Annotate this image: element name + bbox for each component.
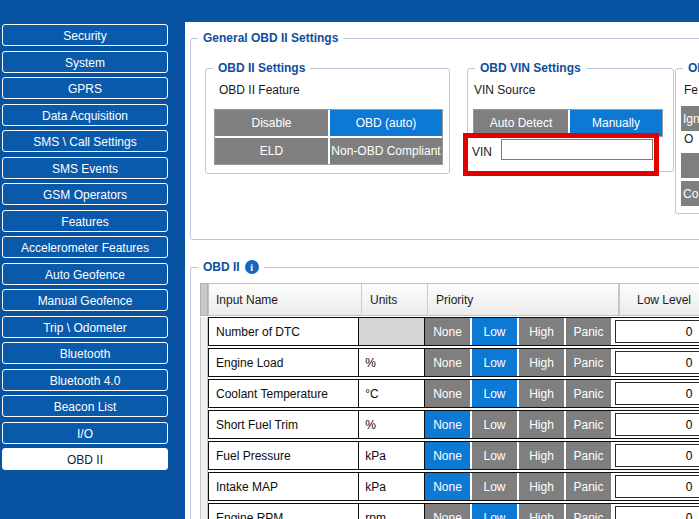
column-header-low-level[interactable]: Low Level: [618, 284, 699, 315]
obd2-feature-toggle: DisableOBD (auto)ELDNon-OBD Compliant: [214, 109, 443, 165]
low-level-input[interactable]: [615, 382, 699, 405]
units-cell: %: [359, 411, 425, 438]
column-header-input-name[interactable]: Input Name: [209, 284, 361, 315]
units-cell: kPa: [359, 473, 425, 500]
units-cell: [359, 318, 425, 345]
priority-high[interactable]: High: [519, 411, 564, 438]
option-non-obd-compliant[interactable]: Non-OBD Compliant: [330, 138, 442, 164]
table-row: Coolant Temperature °C NoneLowHighPanic: [208, 379, 699, 408]
low-level-input[interactable]: [615, 320, 699, 343]
obd2-feature-label: OBD II Feature: [219, 83, 300, 97]
priority-none[interactable]: None: [425, 349, 470, 376]
input-name-cell: Intake MAP: [209, 473, 359, 500]
sidebar-item-sms-events[interactable]: SMS Events: [2, 157, 168, 179]
obd2-table-title: OBD II: [203, 260, 240, 274]
partial-right-group: OB Fe O IgnCo: [675, 68, 699, 214]
sidebar-item-accelerometer-features[interactable]: Accelerometer Features: [2, 236, 168, 258]
priority-high[interactable]: High: [519, 349, 564, 376]
priority-panic[interactable]: Panic: [566, 504, 611, 519]
priority-panic[interactable]: Panic: [566, 473, 611, 500]
column-header-units[interactable]: Units: [361, 284, 427, 315]
low-level-input[interactable]: [615, 413, 699, 436]
option-obd-auto[interactable]: OBD (auto): [330, 110, 442, 136]
column-header-priority[interactable]: Priority: [427, 284, 618, 315]
low-level-input[interactable]: [615, 444, 699, 467]
sidebar-item-gprs[interactable]: GPRS: [2, 77, 168, 99]
table-row: Number of DTC NoneLowHighPanic: [208, 317, 699, 346]
sidebar-item-sms-call-settings[interactable]: SMS \ Call Settings: [2, 130, 168, 152]
priority-low[interactable]: Low: [472, 411, 517, 438]
units-cell: °C: [359, 380, 425, 407]
option-auto-detect[interactable]: Auto Detect: [474, 110, 568, 136]
priority-cell: NoneLowHighPanic: [425, 473, 611, 500]
priority-none[interactable]: None: [425, 473, 470, 500]
option-manually[interactable]: Manually: [570, 110, 662, 136]
sidebar-item-beacon-list[interactable]: Beacon List: [2, 395, 168, 417]
priority-high[interactable]: High: [519, 318, 564, 345]
priority-none[interactable]: None: [425, 318, 470, 345]
table-row-body-gutter: [200, 317, 208, 519]
sidebar-item-obd-ii[interactable]: OBD II: [2, 448, 168, 470]
table-row: Short Fuel Trim % NoneLowHighPanic: [208, 410, 699, 439]
obd-vin-settings-title: OBD VIN Settings: [475, 61, 586, 75]
obd2-settings-title: OBD II Settings: [213, 61, 310, 75]
priority-cell: NoneLowHighPanic: [425, 442, 611, 469]
sidebar-item-bluetooth-4-0[interactable]: Bluetooth 4.0: [2, 369, 168, 391]
priority-low[interactable]: Low: [472, 473, 517, 500]
sidebar-item-i-o[interactable]: I/O: [2, 422, 168, 444]
low-level-input[interactable]: [615, 351, 699, 374]
sidebar-item-features[interactable]: Features: [2, 210, 168, 232]
vin-input[interactable]: [501, 139, 653, 160]
sidebar-item-security[interactable]: Security: [2, 24, 168, 46]
option-eld[interactable]: ELD: [215, 138, 328, 164]
sidebar-nav: SecuritySystemGPRSData AcquisitionSMS \ …: [0, 22, 185, 519]
input-name-cell: Coolant Temperature: [209, 380, 359, 407]
partial-button-ign[interactable]: Ign: [681, 106, 699, 131]
main-content: General OBD II Settings OBD II Settings …: [185, 22, 699, 519]
units-cell: rpm: [359, 504, 425, 519]
priority-panic[interactable]: Panic: [566, 349, 611, 376]
priority-high[interactable]: High: [519, 442, 564, 469]
sidebar-item-gsm-operators[interactable]: GSM Operators: [2, 183, 168, 205]
table-row: Engine RPM rpm NoneLowHighPanic: [208, 503, 699, 519]
partial-button-blank[interactable]: [681, 153, 699, 178]
priority-panic[interactable]: Panic: [566, 318, 611, 345]
priority-none[interactable]: None: [425, 504, 470, 519]
priority-low[interactable]: Low: [472, 442, 517, 469]
sidebar-item-manual-geofence[interactable]: Manual Geofence: [2, 289, 168, 311]
priority-none[interactable]: None: [425, 442, 470, 469]
input-name-cell: Fuel Pressure: [209, 442, 359, 469]
vin-source-toggle: Auto DetectManually: [473, 109, 663, 137]
input-name-cell: Short Fuel Trim: [209, 411, 359, 438]
low-level-input[interactable]: [615, 506, 699, 519]
info-icon[interactable]: i: [245, 260, 259, 274]
priority-high[interactable]: High: [519, 473, 564, 500]
input-name-cell: Engine Load: [209, 349, 359, 376]
priority-panic[interactable]: Panic: [566, 411, 611, 438]
priority-cell: NoneLowHighPanic: [425, 411, 611, 438]
priority-high[interactable]: High: [519, 504, 564, 519]
obd2-settings-group: OBD II Settings OBD II Feature DisableOB…: [205, 68, 450, 174]
priority-high[interactable]: High: [519, 380, 564, 407]
priority-none[interactable]: None: [425, 380, 470, 407]
title-bar: [0, 0, 699, 22]
priority-low[interactable]: Low: [472, 504, 517, 519]
sidebar-item-data-acquisition[interactable]: Data Acquisition: [2, 104, 168, 126]
sidebar-item-auto-geofence[interactable]: Auto Geofence: [2, 263, 168, 285]
table-row-header-gutter: [200, 283, 208, 316]
priority-panic[interactable]: Panic: [566, 380, 611, 407]
option-disable[interactable]: Disable: [215, 110, 328, 136]
sidebar-item-system[interactable]: System: [2, 51, 168, 73]
vin-label: VIN: [472, 145, 492, 159]
sidebar-item-bluetooth[interactable]: Bluetooth: [2, 342, 168, 364]
priority-low[interactable]: Low: [472, 380, 517, 407]
priority-panic[interactable]: Panic: [566, 442, 611, 469]
priority-none[interactable]: None: [425, 411, 470, 438]
sidebar-item-trip-odometer[interactable]: Trip \ Odometer: [2, 316, 168, 338]
partial-button-co[interactable]: Co: [681, 181, 699, 206]
priority-low[interactable]: Low: [472, 349, 517, 376]
priority-low[interactable]: Low: [472, 318, 517, 345]
low-level-input[interactable]: [615, 475, 699, 498]
units-cell: kPa: [359, 442, 425, 469]
units-cell: %: [359, 349, 425, 376]
